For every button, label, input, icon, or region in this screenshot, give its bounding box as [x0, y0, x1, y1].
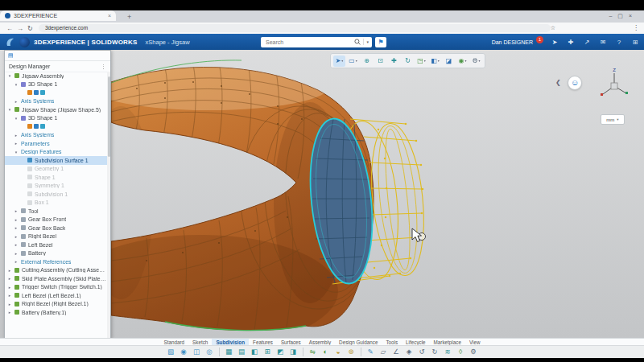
expander-icon[interactable]: ▸: [14, 99, 19, 104]
expander-icon[interactable]: ▸: [14, 259, 19, 264]
expander-icon[interactable]: ▸: [14, 225, 19, 230]
expander-icon[interactable]: ▸: [7, 268, 12, 273]
sketch-tool[interactable]: ✎: [365, 347, 377, 357]
panel-scrollbar[interactable]: [107, 72, 110, 338]
bookmark-star-icon[interactable]: ☆: [551, 25, 555, 31]
torus-primitive-tool[interactable]: ◎: [204, 347, 216, 357]
expander-icon[interactable]: ▾: [14, 150, 19, 154]
tab-close-icon[interactable]: ×: [108, 13, 111, 19]
tree-item[interactable]: Box 1: [5, 199, 107, 208]
tree-item[interactable]: Subdivision 1: [5, 190, 107, 199]
redo-tool[interactable]: ↻: [429, 347, 441, 357]
render-options-tool[interactable]: ⚙: [470, 56, 482, 67]
tag-button[interactable]: ⚑: [375, 37, 386, 47]
tree-item[interactable]: Shape 1: [5, 173, 107, 182]
thicken-tool[interactable]: ◒: [332, 347, 345, 357]
new-tab-button[interactable]: +: [127, 13, 131, 21]
assistant-button[interactable]: ☺: [568, 76, 582, 90]
add-icon[interactable]: ✚: [566, 39, 576, 46]
undo-tool[interactable]: ↺: [416, 347, 428, 357]
weld-vertices-tool[interactable]: ⊞: [262, 347, 274, 357]
expander-icon[interactable]: ▸: [7, 276, 12, 281]
apps-grid-icon[interactable]: ⊞: [630, 39, 640, 46]
point-tool[interactable]: ◊: [455, 347, 467, 357]
tree-item[interactable]: Subdivision Surface 1: [5, 156, 107, 165]
pan-tool[interactable]: ✚: [388, 56, 400, 67]
tree-item[interactable]: ▸ Left Bezel (Left Bezel.1): [5, 291, 107, 300]
tree-item[interactable]: ▸ Battery (Battery.1): [5, 308, 107, 317]
tree-item[interactable]: ▸ Right Bezel: [5, 232, 107, 241]
tree-item[interactable]: [5, 88, 107, 97]
expander-icon[interactable]: ▸: [14, 242, 19, 247]
box-select-tool[interactable]: ▭: [347, 56, 359, 67]
view-triad[interactable]: Z: [596, 66, 633, 105]
expander-icon[interactable]: ▾: [7, 107, 12, 112]
maximize-icon[interactable]: ▢: [617, 13, 629, 19]
expander-icon[interactable]: ▸: [14, 141, 19, 146]
mirror-tool[interactable]: ◐: [320, 347, 332, 357]
tree-item[interactable]: ▾ Jigsaw Shape (Jigsaw Shape.5): [5, 105, 107, 114]
offset-surface-tool[interactable]: ⊚: [345, 347, 357, 357]
tree-item[interactable]: ▸ Cutting Assembly (Cutting Assembly.1): [5, 266, 107, 275]
tree-item[interactable]: ▾ 3D Shape 1: [5, 114, 107, 123]
insert-loop-tool[interactable]: ▤: [236, 347, 248, 357]
tree-item[interactable]: ▸ Tool: [5, 207, 107, 216]
measure-tool[interactable]: ∠: [390, 347, 402, 357]
expander-icon[interactable]: ▸: [7, 302, 12, 306]
units-dropdown[interactable]: mm ▾: [601, 114, 625, 125]
action-tool[interactable]: [361, 348, 361, 356]
expander-icon[interactable]: ▸: [7, 293, 12, 298]
action-tool[interactable]: [303, 348, 303, 356]
cylinder-primitive-tool[interactable]: ◫: [191, 347, 203, 357]
tree-item[interactable]: ▾ 3D Shape 1: [5, 80, 107, 89]
minimize-icon[interactable]: –: [609, 13, 617, 19]
notification-badge[interactable]: 1: [536, 36, 543, 43]
tree-item[interactable]: ▸ Skid Plate Assembly (Skid Plate Assemb…: [5, 274, 107, 283]
crease-edge-tool[interactable]: ◩: [275, 347, 287, 357]
browser-tab[interactable]: 3DEXPERIENCE ×: [0, 10, 116, 21]
search-input[interactable]: [261, 39, 354, 45]
edit-mesh-tool[interactable]: ▦: [223, 347, 235, 357]
tree-item[interactable]: ▸ Trigger Switch (Trigger Switch.1): [5, 283, 107, 292]
window-controls[interactable]: –▢×: [609, 13, 638, 19]
tree-item[interactable]: ▸ Gear Box Front: [5, 216, 107, 224]
tree-item[interactable]: ▾ Jigsaw Assembly: [5, 72, 107, 80]
tree-item[interactable]: ▸ Left Bezel: [5, 241, 107, 249]
section-view-tool[interactable]: ◪: [443, 56, 455, 67]
back-icon[interactable]: ←: [6, 25, 13, 32]
rotate-view-tool[interactable]: ↻: [402, 56, 414, 67]
search-bar[interactable]: ▾: [261, 37, 372, 47]
zoom-tool[interactable]: ⊕: [361, 56, 373, 67]
tree-item[interactable]: [5, 122, 107, 131]
display-mesh-tool[interactable]: ◈: [403, 347, 415, 357]
share-icon[interactable]: ↗: [582, 39, 592, 46]
surface-tool[interactable]: ≋: [442, 347, 454, 357]
sphere-primitive-tool[interactable]: ◉: [178, 347, 190, 357]
forward-icon[interactable]: →: [17, 25, 23, 32]
split-face-tool[interactable]: ◧: [249, 347, 261, 357]
bridge-tool[interactable]: ◨: [287, 347, 299, 357]
window-close-icon[interactable]: ×: [629, 13, 638, 19]
expander-icon[interactable]: ▾: [7, 73, 12, 78]
send-icon[interactable]: ➤: [550, 39, 559, 46]
url-field[interactable]: 3dexperience.com: [39, 24, 551, 32]
3d-viewport[interactable]: ➤▭⊕⊡✚↻◳◧◪◉⚙ ❮ ☺ Z mm ▾ ▤ Design Manager …: [0, 50, 644, 338]
symmetry-tool[interactable]: ⇋: [307, 347, 319, 357]
panel-tree-icon[interactable]: ▤: [8, 52, 14, 59]
tree-item[interactable]: ▸ Right Bezel (Right Bezel.1): [5, 300, 107, 309]
fit-view-tool[interactable]: ⊡: [374, 56, 386, 67]
tree-item[interactable]: ▸ Gear Box Back: [5, 224, 107, 232]
expander-icon[interactable]: ▸: [7, 310, 12, 315]
action-tool[interactable]: [219, 348, 220, 356]
reload-icon[interactable]: ↻: [27, 25, 33, 32]
plane-tool[interactable]: ▱: [378, 347, 390, 357]
browser-menu-icon[interactable]: ⋮: [633, 24, 639, 31]
help-icon[interactable]: ?: [614, 39, 624, 46]
select-tool[interactable]: ➤: [333, 56, 345, 67]
tree-item[interactable]: ▸ Parameters: [5, 139, 107, 148]
tree-item[interactable]: ▾ Design Features: [5, 148, 107, 157]
collapse-panel-icon[interactable]: ❮: [555, 79, 561, 86]
tree-item[interactable]: ▸ Axis Systems: [5, 97, 107, 106]
message-icon[interactable]: ✉: [598, 39, 608, 46]
box-primitive-tool[interactable]: ▧: [165, 347, 177, 357]
